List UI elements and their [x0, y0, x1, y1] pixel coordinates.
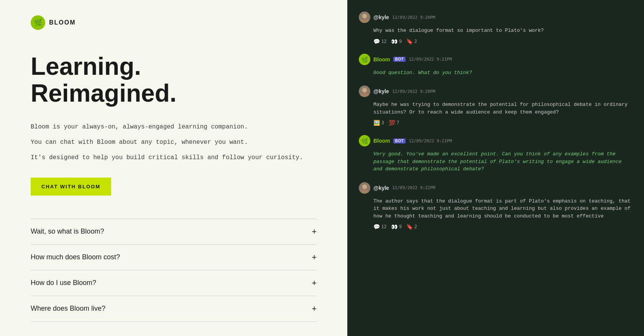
svg-point-3 [362, 88, 367, 92]
message-header-2: 🌿 Bloom BOT 12/09/2022 9:21PM [359, 54, 632, 65]
reactions-5: 💬12 👀9 🔖2 [359, 224, 632, 230]
faq-item-4[interactable]: Where does Bloom live? + [31, 296, 317, 322]
message-group-1: @kyle 12/09/2022 9:20PM Why was the dial… [359, 12, 632, 44]
reaction-eyes-1: 👀9 [391, 38, 402, 44]
chat-with-bloom-button[interactable]: CHAT WITH BLOOM [31, 178, 111, 196]
message-content-1: Why was the dialogue format so important… [359, 27, 632, 35]
username-bloom-1: Bloom [373, 56, 390, 63]
faq-plus-4: + [312, 304, 317, 314]
bot-badge-1: BOT [393, 57, 406, 62]
message-header-1: @kyle 12/09/2022 9:20PM [359, 12, 632, 23]
message-group-5: @kyle 12/09/2022 9:22PM The author says … [359, 182, 632, 230]
svg-text:🌿: 🌿 [361, 138, 368, 145]
faq-plus-1: + [312, 227, 317, 237]
message-content-5: The author says that the dialogue format… [359, 198, 632, 220]
username-kyle-2: @kyle [373, 88, 389, 94]
timestamp-3: 12/09/2022 9:20PM [392, 89, 435, 94]
message-group-3: @kyle 12/09/2022 9:20PM Maybe he was try… [359, 86, 632, 126]
hero-description: Bloom is your always-on, always-engaged … [31, 122, 317, 162]
message-header-4: 🌿 Bloom BOT 12/09/2022 9:21PM [359, 135, 632, 147]
message-content-4: Very good. You've made an excellent poin… [359, 150, 632, 173]
avatar-kyle-3 [359, 182, 370, 194]
faq-question-3: How do I use Bloom? [31, 279, 96, 287]
timestamp-1: 12/09/2022 9:20PM [392, 15, 435, 20]
message-group-4: 🌿 Bloom BOT 12/09/2022 9:21PM Very good.… [359, 135, 632, 173]
username-bloom-2: Bloom [373, 138, 390, 144]
faq-question-1: Wait, so what is Bloom? [31, 227, 104, 236]
message-content-3: Maybe he was trying to demonstrate the p… [359, 101, 632, 116]
hero-desc-2: You can chat with Bloom about any topic,… [31, 138, 317, 147]
reactions-1: 💬12 👀9 🔖2 [359, 38, 632, 44]
reaction-100-3: 💯7 [389, 120, 399, 126]
timestamp-4: 12/09/2022 9:21PM [409, 138, 452, 143]
faq-item-3[interactable]: How do I use Bloom? + [31, 270, 317, 296]
left-panel: 🌿 BLOOM Learning. Reimagined. Bloom is y… [0, 0, 347, 336]
timestamp-2: 12/09/2022 9:21PM [409, 57, 452, 62]
timestamp-5: 12/09/2022 9:22PM [392, 185, 435, 190]
reaction-bookmark-1: 🔖2 [406, 38, 417, 44]
hero-title: Learning. Reimagined. [31, 53, 317, 107]
chat-panel: @kyle 12/09/2022 9:20PM Why was the dial… [347, 0, 644, 336]
bloom-logo-icon: 🌿 [31, 15, 45, 30]
logo-text: BLOOM [49, 19, 76, 26]
reactions-3: 🖼️3 💯7 [359, 120, 632, 126]
reaction-eyes-5: 👀9 [391, 224, 402, 230]
faq-question-2: How much does Bloom cost? [31, 253, 120, 261]
reaction-bookmark-5: 🔖2 [406, 224, 417, 230]
reaction-fire-1: 💬12 [373, 38, 386, 44]
faq-item-2[interactable]: How much does Bloom cost? + [31, 245, 317, 270]
hero-desc-3: It's designed to help you build critical… [31, 153, 317, 162]
logo-area: 🌿 BLOOM [31, 15, 317, 30]
faq-plus-3: + [312, 278, 317, 288]
reaction-img-3: 🖼️3 [373, 120, 384, 126]
faq-item-1[interactable]: Wait, so what is Bloom? + [31, 219, 317, 245]
reaction-fire-5: 💬12 [373, 224, 386, 230]
svg-point-4 [360, 93, 369, 97]
username-kyle-3: @kyle [373, 185, 389, 191]
svg-point-0 [362, 14, 367, 18]
message-content-2: Good question. What do you think? [359, 69, 632, 77]
message-header-5: @kyle 12/09/2022 9:22PM [359, 182, 632, 194]
svg-point-7 [360, 189, 369, 194]
faq-question-4: Where does Bloom live? [31, 305, 105, 313]
bot-badge-2: BOT [393, 138, 406, 143]
avatar-bloom-2: 🌿 [359, 135, 370, 147]
message-group-2: 🌿 Bloom BOT 12/09/2022 9:21PM Good quest… [359, 54, 632, 77]
avatar-kyle-2 [359, 86, 370, 97]
svg-text:🌿: 🌿 [361, 56, 368, 63]
avatar-bloom-1: 🌿 [359, 54, 370, 65]
faq-plus-2: + [312, 252, 317, 262]
username-kyle-1: @kyle [373, 14, 389, 20]
svg-point-6 [362, 184, 367, 189]
hero-desc-1: Bloom is your always-on, always-engaged … [31, 122, 317, 132]
avatar-kyle-1 [359, 12, 370, 23]
faq-section: Wait, so what is Bloom? + How much does … [31, 219, 317, 322]
svg-point-1 [360, 19, 369, 23]
message-header-3: @kyle 12/09/2022 9:20PM [359, 86, 632, 97]
